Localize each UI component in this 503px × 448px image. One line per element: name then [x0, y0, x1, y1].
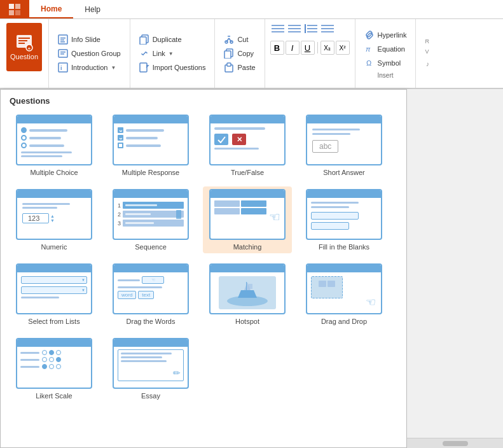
- svg-rect-0: [9, 4, 14, 9]
- cut-btn[interactable]: Cut: [220, 33, 259, 46]
- introduction-label: Introduction: [71, 64, 107, 71]
- svg-rect-30: [227, 63, 231, 66]
- multiple-choice-label: Multiple Choice: [30, 169, 78, 176]
- hotspot-label: Hotspot: [235, 318, 259, 325]
- hyperlink-btn[interactable]: Hyperlink: [361, 29, 411, 41]
- right-btn-1[interactable]: R: [421, 37, 498, 46]
- right-ribbon-section: R V ♪: [416, 19, 503, 88]
- equation-btn[interactable]: π Equation: [361, 43, 411, 55]
- right-btn-2[interactable]: V: [421, 47, 498, 56]
- superscript-btn[interactable]: X²: [336, 41, 350, 55]
- equation-label: Equation: [378, 45, 405, 53]
- svg-text:π: π: [366, 45, 371, 53]
- drag-the-words-label: Drag the Words: [127, 318, 176, 325]
- duplicate-label: Duplicate: [153, 36, 182, 43]
- svg-marker-48: [238, 290, 257, 298]
- select-from-lists-item[interactable]: ▼ ▼ Select from Lists: [10, 261, 99, 328]
- essay-item[interactable]: ✏ Essay: [106, 335, 195, 402]
- symbol-label: Symbol: [378, 59, 401, 67]
- hotspot-item[interactable]: Hotspot: [203, 261, 292, 328]
- numeric-item[interactable]: 123 ▲▼ Numeric: [10, 186, 99, 253]
- link-btn[interactable]: Link ▼: [135, 47, 210, 60]
- paste-label: Paste: [237, 64, 255, 71]
- svg-text:+: +: [28, 46, 31, 52]
- svg-rect-1: [15, 4, 20, 9]
- scrollbar-horizontal[interactable]: [407, 438, 503, 448]
- svg-rect-7: [18, 43, 25, 44]
- svg-rect-5: [18, 38, 30, 39]
- multiple-response-label: Multiple Response: [122, 169, 180, 176]
- import-questions-btn[interactable]: Import Questions: [135, 61, 210, 74]
- svg-rect-13: [60, 41, 65, 43]
- svg-text:♪: ♪: [426, 60, 429, 67]
- list-style-3[interactable]: [303, 23, 319, 36]
- copy-btn[interactable]: Copy: [220, 47, 259, 60]
- sequence-item[interactable]: 1 2 3: [106, 186, 195, 253]
- svg-rect-40: [305, 24, 306, 33]
- fill-in-blanks-item[interactable]: Fill in the Blanks: [300, 186, 389, 253]
- introduction-btn[interactable]: i Introduction ▼: [54, 61, 125, 74]
- svg-rect-28: [224, 51, 231, 59]
- svg-rect-11: [60, 38, 65, 39]
- drag-the-words-item[interactable]: ☜ word text Drag the Words: [106, 261, 195, 328]
- copy-label: Copy: [237, 50, 254, 57]
- svg-text:Ω: Ω: [366, 59, 371, 67]
- duplicate-btn[interactable]: Duplicate: [135, 33, 210, 46]
- insert-section: Hyperlink π Equation Ω Symbol Insert: [355, 19, 417, 88]
- svg-rect-16: [60, 53, 64, 55]
- app-icon: [0, 0, 29, 18]
- sequence-label: Sequence: [135, 243, 167, 251]
- clipboard-section: Cut Copy Paste: [215, 19, 265, 88]
- bold-btn[interactable]: B: [270, 41, 284, 55]
- symbol-btn[interactable]: Ω Symbol: [361, 57, 411, 69]
- insert-label: Insert: [361, 72, 411, 79]
- format-section: B I U X₂ X²: [265, 19, 355, 88]
- svg-rect-6: [18, 40, 27, 41]
- edit-section: Duplicate Link ▼ Import Questions: [130, 19, 216, 88]
- question-label: Question: [10, 53, 38, 60]
- svg-text:i: i: [60, 65, 62, 71]
- likert-scale-item[interactable]: Likert Scale: [10, 335, 99, 402]
- import-questions-label: Import Questions: [153, 64, 206, 71]
- question-group-label: Question Group: [71, 50, 121, 57]
- format-separator: [317, 42, 318, 53]
- question-section: + Question: [0, 19, 49, 88]
- paste-btn[interactable]: Paste: [220, 61, 259, 74]
- short-answer-item[interactable]: abc Short Answer: [300, 112, 389, 179]
- right-btn-3[interactable]: ♪: [421, 57, 498, 70]
- intro-dropdown-arrow: ▼: [111, 65, 116, 71]
- essay-label: Essay: [141, 392, 160, 400]
- list-style-2[interactable]: [287, 23, 302, 36]
- italic-btn[interactable]: I: [286, 41, 300, 55]
- svg-rect-2: [9, 10, 14, 15]
- drag-and-drop-item[interactable]: ☜ Drag and Drop: [300, 261, 389, 328]
- list-style-4[interactable]: [320, 23, 335, 36]
- svg-rect-21: [140, 63, 147, 72]
- true-false-label: True/False: [231, 169, 264, 176]
- questions-panel: Questions: [0, 89, 407, 448]
- tab-help[interactable]: Help: [73, 0, 112, 18]
- true-false-item[interactable]: ✕ True/False: [203, 112, 292, 179]
- numeric-label: Numeric: [41, 243, 67, 251]
- question-button[interactable]: + Question: [6, 23, 42, 71]
- short-answer-label: Short Answer: [323, 169, 364, 176]
- matching-item[interactable]: ☜ Matching: [203, 186, 292, 253]
- question-group-btn[interactable]: Question Group: [54, 47, 125, 60]
- tab-home[interactable]: Home: [29, 0, 73, 18]
- list-style-1[interactable]: [270, 23, 286, 36]
- multiple-choice-item[interactable]: Multiple Choice: [10, 112, 99, 179]
- cut-label: Cut: [237, 36, 248, 43]
- multiple-response-item[interactable]: Multiple Response: [106, 112, 195, 179]
- info-slide-btn[interactable]: Info Slide: [54, 33, 125, 46]
- underline-btn[interactable]: U: [301, 41, 315, 55]
- likert-scale-label: Likert Scale: [36, 392, 72, 400]
- matching-label: Matching: [233, 243, 262, 251]
- link-dropdown-arrow: ▼: [169, 51, 174, 57]
- drag-and-drop-label: Drag and Drop: [321, 318, 367, 325]
- panel-title: Questions: [10, 96, 397, 106]
- svg-rect-50: [246, 282, 247, 290]
- svg-rect-20: [140, 37, 146, 45]
- subscript-btn[interactable]: X₂: [320, 41, 334, 55]
- svg-rect-53: [327, 281, 335, 287]
- svg-rect-51: [249, 284, 252, 289]
